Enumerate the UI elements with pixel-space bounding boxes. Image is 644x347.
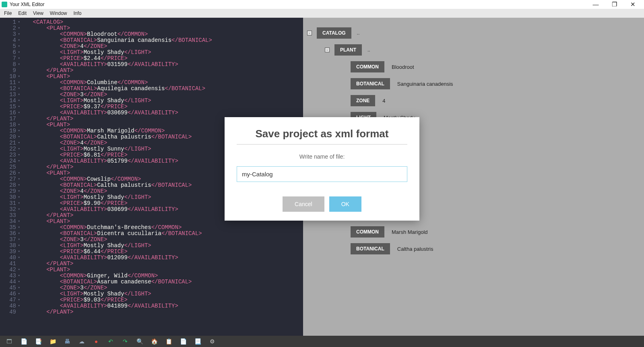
line-number[interactable]: 27 (0, 176, 19, 182)
line-number[interactable]: 7 (0, 56, 19, 62)
blue-file-icon[interactable]: 📑 (35, 338, 42, 345)
menu-window[interactable]: Window (50, 10, 67, 16)
line-number[interactable]: 28 (0, 182, 19, 188)
bottom-toolbar: 🗖📄📑📁🖶☁●↶↷🔍🏠📋📄📃⚙ (0, 336, 644, 347)
menu-view[interactable]: View (33, 10, 43, 16)
line-number[interactable]: 35 (0, 225, 19, 231)
line-number[interactable]: 12 (0, 86, 19, 92)
line-gutter: 1234567891011121314151617181920212223242… (0, 18, 19, 336)
tree-tag[interactable]: PLANT (334, 44, 362, 56)
line-number[interactable]: 19 (0, 128, 19, 134)
undo-icon[interactable]: ↶ (107, 338, 114, 345)
line-number[interactable]: 42 (0, 267, 19, 273)
line-number[interactable]: 49 (0, 309, 19, 315)
line-number[interactable]: 25 (0, 164, 19, 170)
tree-tag[interactable]: CATALOG (317, 27, 351, 39)
line-number[interactable]: 44 (0, 279, 19, 285)
tree-tag[interactable]: ZONE (351, 95, 375, 106)
cancel-button[interactable]: Cancel (283, 196, 324, 212)
clipboard-icon[interactable]: 📋 (165, 338, 172, 345)
close-button[interactable]: ✕ (627, 1, 638, 8)
filename-input[interactable] (237, 166, 407, 182)
line-number[interactable]: 34 (0, 219, 19, 225)
line-number[interactable]: 47 (0, 297, 19, 303)
tree-node[interactable]: COMMONBloodroot (351, 61, 644, 72)
tree-node[interactable]: -PLANT.. (333, 44, 644, 56)
line-number[interactable]: 11 (0, 80, 19, 86)
line-number[interactable]: 29 (0, 188, 19, 194)
collapse-toggle[interactable]: - (307, 31, 312, 35)
line-number[interactable]: 5 (0, 43, 19, 50)
line-number[interactable]: 41 (0, 261, 19, 267)
line-number[interactable]: 8 (0, 62, 19, 68)
tree-node[interactable]: -CATALOG.. (315, 27, 644, 39)
line-number[interactable]: 2 (0, 25, 19, 31)
home-icon[interactable]: 🏠 (151, 338, 158, 345)
tree-tag[interactable]: BOTANICAL (351, 78, 390, 89)
window-icon[interactable]: 🗖 (6, 338, 13, 345)
line-number[interactable]: 20 (0, 134, 19, 140)
search-icon[interactable]: 🔍 (136, 338, 143, 345)
line-number[interactable]: 10 (0, 74, 19, 80)
line-number[interactable]: 40 (0, 255, 19, 261)
line-number[interactable]: 48 (0, 303, 19, 309)
print-icon[interactable]: 🖶 (64, 338, 71, 345)
line-number[interactable]: 3 (0, 31, 19, 37)
line-number[interactable]: 32 (0, 207, 19, 213)
gear-icon[interactable]: ⚙ (208, 338, 216, 345)
tree-value: Bloodroot (392, 64, 414, 70)
line-number[interactable]: 17 (0, 116, 19, 122)
tree-value: Caltha palustris (397, 246, 433, 252)
menubar: FileEditViewWindowInfo (0, 9, 644, 18)
line-number[interactable]: 15 (0, 104, 19, 110)
cloud-icon[interactable]: ☁ (78, 338, 85, 345)
line-number[interactable]: 21 (0, 140, 19, 146)
line-number[interactable]: 26 (0, 170, 19, 176)
line-number[interactable]: 43 (0, 273, 19, 279)
tree-value: Sanguinaria canadensis (397, 81, 453, 87)
line-number[interactable]: 6 (0, 50, 19, 56)
tree-tag[interactable]: COMMON (351, 61, 384, 72)
tree-tag[interactable]: BOTANICAL (351, 243, 390, 254)
line-number[interactable]: 9 (0, 68, 19, 74)
line-number[interactable]: 36 (0, 231, 19, 237)
add-file-icon[interactable]: 📄 (180, 338, 187, 345)
tree-node[interactable]: ZONE4 (351, 95, 644, 106)
redo-icon[interactable]: ↷ (122, 338, 129, 345)
menu-edit[interactable]: Edit (18, 10, 27, 16)
list-icon[interactable]: 📃 (194, 338, 201, 345)
menu-file[interactable]: File (4, 10, 12, 16)
line-number[interactable]: 30 (0, 194, 19, 200)
dialog-label: Write name of file: (237, 153, 407, 160)
folder-icon[interactable]: 📁 (49, 338, 56, 345)
line-number[interactable]: 18 (0, 122, 19, 128)
menu-info[interactable]: Info (74, 10, 82, 16)
line-number[interactable]: 37 (0, 237, 19, 243)
line-number[interactable]: 38 (0, 243, 19, 249)
line-number[interactable]: 16 (0, 110, 19, 116)
collapse-toggle[interactable]: - (325, 48, 330, 52)
record-icon[interactable]: ● (93, 338, 100, 345)
line-number[interactable]: 13 (0, 92, 19, 98)
tree-tag[interactable]: COMMON (351, 226, 384, 238)
line-number[interactable]: 4 (0, 37, 19, 43)
tree-node[interactable]: BOTANICALCaltha palustris (351, 243, 644, 254)
ok-button[interactable]: OK (329, 196, 361, 212)
line-number[interactable]: 45 (0, 285, 19, 291)
line-number[interactable]: 24 (0, 158, 19, 164)
tree-dots: .. (367, 47, 370, 53)
line-number[interactable]: 1 (0, 19, 19, 25)
new-file-icon[interactable]: 📄 (20, 338, 27, 345)
line-number[interactable]: 14 (0, 98, 19, 104)
line-number[interactable]: 23 (0, 152, 19, 158)
tree-node[interactable]: BOTANICALSanguinaria canadensis (351, 78, 644, 89)
line-number[interactable]: 46 (0, 291, 19, 297)
tree-node[interactable]: COMMONMarsh Marigold (351, 226, 644, 238)
line-number[interactable]: 39 (0, 249, 19, 255)
line-number[interactable]: 22 (0, 146, 19, 152)
save-dialog: Save project as xml format Write name of… (225, 117, 419, 221)
line-number[interactable]: 31 (0, 200, 19, 207)
line-number[interactable]: 33 (0, 213, 19, 219)
minimize-button[interactable]: — (590, 1, 601, 8)
maximize-button[interactable]: ❐ (609, 1, 620, 8)
